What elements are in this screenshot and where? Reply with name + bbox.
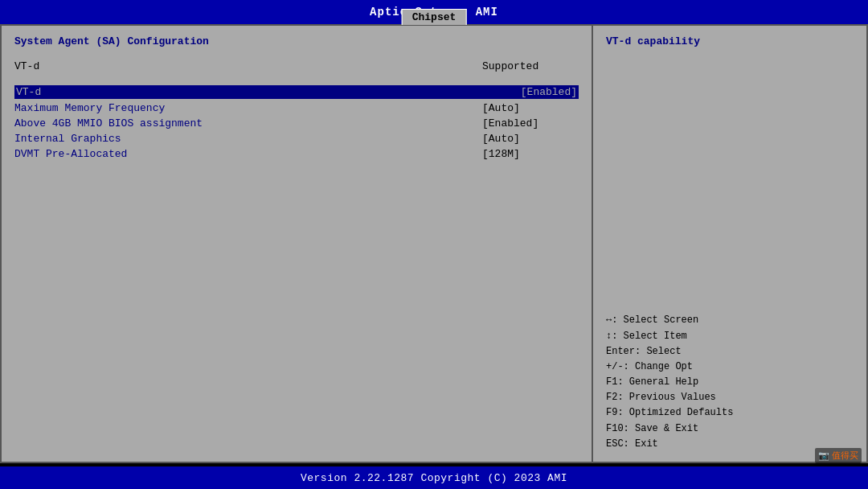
main-area: System Agent (SA) Configuration VT-d Sup… — [0, 24, 868, 463]
config-row-mmio[interactable]: Above 4GB MMIO BIOS assignment [Enabled] — [14, 117, 579, 129]
config-value-igfx: [Auto] — [482, 133, 579, 145]
tab-chipset[interactable]: Chipset — [402, 9, 467, 25]
config-label-memory-freq: Maximum Memory Frequency — [14, 102, 165, 114]
right-panel: VT-d capability ↔: Select Screen ↕: Sele… — [593, 26, 866, 462]
watermark-text: 值得买 — [832, 450, 858, 460]
config-value-memory-freq: [Auto] — [482, 102, 579, 114]
watermark-icon: 📷 — [818, 450, 829, 460]
config-label-vtd-enabled: VT-d — [16, 86, 41, 98]
key-help-line-7: F9: Optimized Defaults — [606, 405, 854, 421]
config-row-vtd-info: VT-d Supported — [14, 60, 579, 72]
config-value-mmio: [Enabled] — [482, 117, 579, 129]
config-row-memory-freq[interactable]: Maximum Memory Frequency [Auto] — [14, 102, 579, 114]
left-panel: System Agent (SA) Configuration VT-d Sup… — [2, 26, 593, 462]
key-help-line-5: F1: General Help — [606, 375, 854, 390]
key-help-line-4: +/-: Change Opt — [606, 360, 854, 375]
key-help-line-3: Enter: Select — [606, 344, 854, 360]
watermark: 📷 值得买 — [815, 448, 862, 463]
config-row-dvmt[interactable]: DVMT Pre-Allocated [128M] — [14, 148, 579, 160]
config-label-mmio: Above 4GB MMIO BIOS assignment — [14, 117, 203, 129]
config-row-vtd-enabled[interactable]: VT-d [Enabled] — [14, 85, 579, 99]
config-label-vtd-info: VT-d — [14, 60, 39, 72]
key-help: ↔: Select Screen ↕: Select Item Enter: S… — [606, 313, 854, 452]
config-value-vtd-enabled: [Enabled] — [521, 86, 577, 98]
config-label-dvmt: DVMT Pre-Allocated — [14, 148, 127, 160]
config-label-igfx: Internal Graphics — [14, 133, 121, 145]
config-row-igfx[interactable]: Internal Graphics [Auto] — [14, 133, 579, 145]
key-help-line-8: F10: Save & Exit — [606, 421, 854, 437]
config-value-dvmt: [128M] — [482, 148, 579, 160]
bios-screen: Aptio Setup - AMI Chipset System Agent (… — [0, 0, 868, 489]
help-title: VT-d capability — [606, 35, 854, 47]
key-help-line-6: F2: Previous Values — [606, 390, 854, 405]
top-bar: Aptio Setup - AMI Chipset — [0, 0, 868, 24]
footer-text: Version 2.22.1287 Copyright (C) 2023 AMI — [301, 472, 567, 484]
section-title: System Agent (SA) Configuration — [14, 35, 579, 47]
config-value-vtd-info: Supported — [482, 60, 579, 72]
key-help-line-2: ↕: Select Item — [606, 329, 854, 344]
bottom-bar: Version 2.22.1287 Copyright (C) 2023 AMI — [0, 466, 868, 489]
key-help-line-1: ↔: Select Screen — [606, 313, 854, 328]
